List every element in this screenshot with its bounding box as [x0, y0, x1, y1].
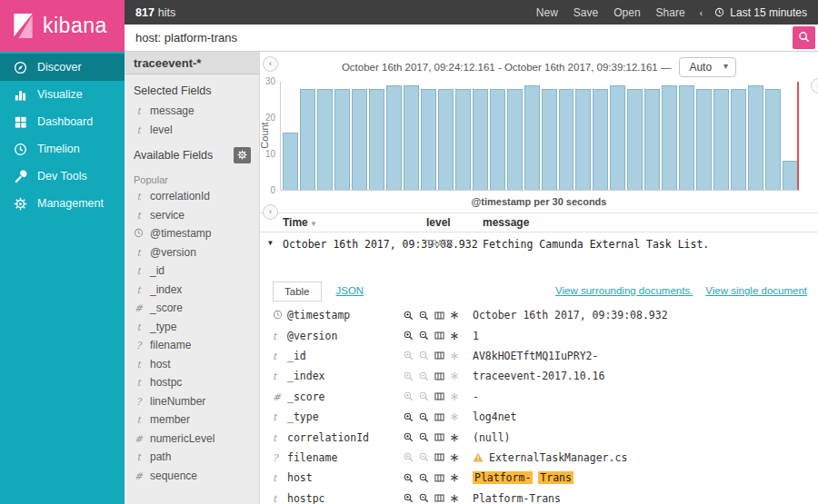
filter-out-value-icon[interactable] — [419, 331, 429, 341]
histogram-bar[interactable] — [507, 89, 523, 190]
filter-field-present-icon[interactable] — [450, 392, 459, 401]
filter-out-value-icon[interactable] — [419, 452, 429, 462]
filter-for-value-icon[interactable] — [404, 473, 414, 483]
histogram-bar[interactable] — [524, 85, 540, 190]
tab-json[interactable]: JSON — [336, 285, 364, 301]
tab-table[interactable]: Table — [273, 282, 322, 301]
filter-out-value-icon[interactable] — [419, 412, 429, 422]
field-item-@timestamp[interactable]: @timestamp — [125, 224, 259, 243]
field-item-@version[interactable]: t@version — [125, 243, 259, 262]
filter-for-value-icon[interactable] — [404, 351, 414, 361]
histogram-bar[interactable] — [542, 89, 557, 190]
field-item-hostpc[interactable]: thostpc — [125, 373, 259, 392]
toggle-column-icon[interactable] — [434, 493, 444, 503]
sidebar-item-visualize[interactable]: Visualize — [0, 81, 125, 108]
histogram-bar[interactable] — [455, 89, 471, 190]
sidebar-item-discover[interactable]: Discover — [0, 54, 125, 81]
filter-for-value-icon[interactable] — [404, 412, 414, 422]
collapse-right-button[interactable]: › — [811, 78, 818, 94]
histogram-bar[interactable] — [644, 89, 660, 190]
filter-out-value-icon[interactable] — [419, 391, 429, 401]
histogram-bar[interactable] — [438, 89, 454, 190]
filter-for-value-icon[interactable] — [404, 311, 414, 321]
filter-field-present-icon[interactable] — [450, 494, 459, 503]
histogram-bar[interactable] — [765, 89, 781, 190]
histogram-bar[interactable] — [610, 85, 625, 190]
filter-field-present-icon[interactable] — [450, 412, 459, 421]
field-item-lineNumber[interactable]: ?lineNumber — [125, 392, 259, 411]
filter-field-present-icon[interactable] — [450, 371, 459, 380]
histogram-bar[interactable] — [369, 89, 384, 190]
toggle-column-icon[interactable] — [434, 371, 444, 381]
field-item-host[interactable]: thost — [125, 355, 259, 374]
filter-field-present-icon[interactable] — [450, 433, 459, 442]
histogram-bar[interactable] — [662, 85, 677, 190]
menu-open[interactable]: Open — [614, 6, 640, 19]
field-item-correlationId[interactable]: tcorrelationId — [125, 187, 259, 206]
field-item-numericLevel[interactable]: #numericLevel — [125, 430, 259, 449]
sidebar-item-management[interactable]: Management — [0, 190, 125, 217]
field-item-_score[interactable]: #_score — [125, 299, 259, 318]
toggle-column-icon[interactable] — [434, 331, 444, 341]
histogram-bar[interactable] — [713, 89, 729, 190]
filter-out-value-icon[interactable] — [419, 371, 429, 381]
histogram-bar[interactable] — [283, 133, 298, 190]
field-item-path[interactable]: tpath — [125, 448, 259, 467]
histogram-bar[interactable] — [559, 89, 574, 190]
histogram-bar[interactable] — [627, 89, 643, 190]
view-single-link[interactable]: View single document — [705, 285, 807, 296]
index-pattern-selector[interactable]: traceevent-* — [125, 52, 259, 74]
filter-for-value-icon[interactable] — [404, 391, 414, 401]
histogram-bar[interactable] — [679, 85, 694, 190]
field-item-filename[interactable]: ?filename — [125, 336, 259, 355]
time-picker[interactable]: Last 15 minutes — [714, 6, 807, 19]
collapse-timepicker-icon[interactable]: ‹ — [700, 7, 703, 18]
filter-for-value-icon[interactable] — [404, 331, 414, 341]
filter-for-value-icon[interactable] — [404, 432, 414, 442]
kibana-logo[interactable]: kibana — [0, 0, 125, 52]
field-item-_index[interactable]: t_index — [125, 281, 259, 300]
interval-select[interactable]: Auto ▾ — [679, 57, 736, 77]
expand-arrow-icon[interactable]: ▼ — [268, 239, 273, 247]
filter-out-value-icon[interactable] — [419, 432, 429, 442]
histogram-bar[interactable] — [593, 89, 608, 190]
field-item-message[interactable]: tmessage — [125, 102, 259, 121]
filter-out-value-icon[interactable] — [419, 311, 429, 321]
filter-out-value-icon[interactable] — [419, 473, 429, 483]
menu-share[interactable]: Share — [656, 6, 685, 19]
filter-for-value-icon[interactable] — [404, 371, 414, 381]
histogram-bar[interactable] — [334, 89, 350, 190]
histogram-bar[interactable] — [696, 89, 712, 190]
menu-save[interactable]: Save — [574, 6, 598, 19]
search-button[interactable] — [793, 26, 815, 49]
filter-field-present-icon[interactable] — [450, 351, 459, 361]
field-item-_id[interactable]: t_id — [125, 262, 259, 281]
histogram-bar[interactable] — [352, 89, 367, 190]
histogram-bar[interactable] — [575, 89, 591, 190]
toggle-column-icon[interactable] — [434, 351, 444, 361]
toggle-column-icon[interactable] — [434, 432, 444, 442]
toggle-column-icon[interactable] — [434, 311, 444, 321]
field-item-level[interactable]: tlevel — [125, 121, 259, 140]
filter-field-present-icon[interactable] — [450, 453, 459, 462]
histogram-bar[interactable] — [490, 89, 505, 190]
filter-out-value-icon[interactable] — [419, 351, 429, 361]
collapse-sidebar-button[interactable]: ‹ — [263, 56, 278, 72]
filter-for-value-icon[interactable] — [404, 493, 414, 503]
filter-field-present-icon[interactable] — [450, 331, 459, 341]
histogram-bar[interactable] — [731, 89, 746, 190]
sidebar-item-dev-tools[interactable]: Dev Tools — [0, 163, 125, 190]
sidebar-item-timelion[interactable]: Timelion — [0, 135, 125, 163]
toggle-column-icon[interactable] — [434, 391, 444, 401]
doc-row[interactable]: ▼ October 16th 2017, 09:39:08.932 TRACE … — [260, 232, 818, 256]
time-column-header[interactable]: Time▾ — [283, 216, 315, 229]
filter-for-value-icon[interactable] — [404, 452, 414, 462]
menu-new[interactable]: New — [536, 6, 558, 19]
collapse-chart-button[interactable]: ‹ — [263, 204, 278, 220]
view-surrounding-link[interactable]: View surrounding documents. — [555, 285, 693, 296]
search-input[interactable] — [125, 25, 787, 51]
field-item-service[interactable]: tservice — [125, 206, 259, 225]
histogram-bar[interactable] — [317, 89, 333, 190]
histogram-plot[interactable] — [280, 82, 800, 191]
filter-out-value-icon[interactable] — [419, 493, 429, 503]
